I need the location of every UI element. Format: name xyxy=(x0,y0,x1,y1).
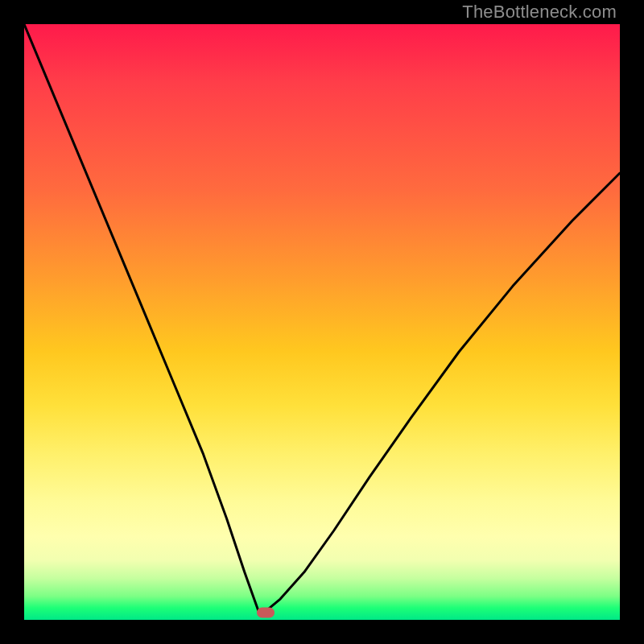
bottleneck-curve xyxy=(24,24,620,620)
chart-frame: TheBottleneck.com xyxy=(0,0,644,644)
optimum-marker xyxy=(257,608,275,618)
plot-area xyxy=(24,24,620,620)
watermark-text: TheBottleneck.com xyxy=(462,2,617,23)
